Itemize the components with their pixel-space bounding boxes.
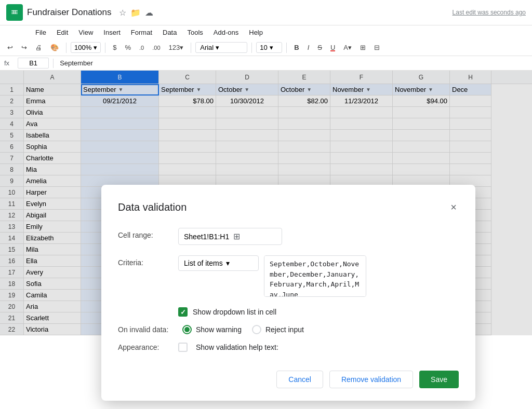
show-warning-option[interactable]: Show warning (182, 325, 242, 334)
currency-button[interactable]: $ (110, 42, 119, 53)
font-size-arrow-icon: ▾ (270, 44, 273, 51)
toolbar-separator-2 (105, 43, 105, 53)
font-arrow-icon: ▾ (216, 44, 219, 51)
format-123-button[interactable]: 123▾ (166, 42, 187, 53)
strikethrough-button[interactable]: S (314, 42, 325, 53)
data-validation-modal: Data validation × Cell range: Sheet1!B1:… (101, 185, 475, 401)
decimal-inc-button[interactable]: .00 (149, 43, 163, 53)
borders-button[interactable]: ⊞ (357, 42, 369, 53)
menu-data[interactable]: Data (158, 26, 181, 38)
formula-content[interactable]: September (58, 59, 93, 67)
app-icon (6, 4, 23, 21)
on-invalid-label: On invalid data: (118, 325, 170, 334)
menu-view[interactable]: View (74, 26, 97, 38)
show-warning-label: Show warning (196, 325, 242, 334)
cell-ref-value: B1 (29, 59, 37, 67)
zoom-selector[interactable]: 100% ▾ (71, 42, 101, 53)
show-help-text-checkbox[interactable] (178, 343, 188, 352)
formula-bar: fx B1 September (0, 56, 532, 71)
star-icon[interactable]: ☆ (119, 8, 126, 18)
zoom-arrow-icon: ▾ (94, 44, 97, 51)
appearance-label: Appearance: (118, 343, 170, 351)
toolbar: ↩ ↪ 🖨 🎨 100% ▾ $ % .0 .00 123▾ Arial ▾ 1… (0, 39, 532, 56)
show-dropdown-label: Show dropdown list in cell (193, 308, 276, 316)
spreadsheet-container: A B C D E F G H 1 Name September▼ Septem… (0, 71, 532, 335)
menu-format[interactable]: Format (127, 26, 156, 38)
cloud-icon[interactable]: ☁ (145, 8, 153, 18)
underline-wrap: U (330, 44, 335, 51)
invalid-radio-group: Show warning Reject input (182, 325, 304, 334)
show-dropdown-row: Show dropdown list in cell (178, 307, 459, 317)
menu-insert[interactable]: Insert (99, 26, 125, 38)
menu-tools[interactable]: Tools (183, 26, 207, 38)
cell-range-value: Sheet1!B1:H1 (184, 233, 229, 241)
underline-bar (330, 50, 335, 51)
svg-rect-2 (11, 12, 18, 12)
svg-rect-3 (11, 13, 18, 14)
criteria-type-value: List of items (184, 259, 223, 267)
menu-addons[interactable]: Add-ons (209, 26, 243, 38)
criteria-row: Criteria: List of items ▾ September,Octo… (118, 255, 459, 297)
remove-validation-button[interactable]: Remove validation (329, 371, 413, 388)
reject-input-label: Reject input (265, 325, 304, 334)
formula-separator (53, 59, 54, 68)
modal-title: Data validation (118, 201, 187, 213)
underline-button[interactable]: U (327, 42, 338, 53)
modal-close-button[interactable]: × (448, 199, 459, 215)
bold-button[interactable]: B (291, 42, 302, 53)
menu-file[interactable]: File (31, 26, 50, 38)
formula-fx-label: fx (4, 59, 14, 67)
fill-color-button[interactable]: A▾ (340, 42, 355, 53)
save-button[interactable]: Save (419, 371, 459, 388)
decimal-dec-button[interactable]: .0 (136, 43, 147, 53)
cell-reference-box[interactable]: B1 (18, 58, 49, 69)
show-warning-radio[interactable] (182, 325, 192, 334)
font-selector[interactable]: Arial ▾ (195, 42, 247, 53)
toolbar-separator-3 (191, 43, 191, 53)
show-dropdown-checkbox[interactable] (178, 307, 188, 317)
menu-edit[interactable]: Edit (52, 26, 72, 38)
reject-input-option[interactable]: Reject input (252, 325, 304, 334)
merge-cells-button[interactable]: ⊟ (371, 42, 383, 53)
title-icons: ☆ 📁 ☁ (119, 8, 153, 18)
menu-bar: File Edit View Insert Format Data Tools … (0, 25, 532, 39)
toolbar-separator-4 (251, 43, 252, 53)
on-invalid-row: On invalid data: Show warning Reject inp… (118, 325, 459, 334)
menu-help[interactable]: Help (245, 26, 267, 38)
svg-rect-5 (15, 10, 16, 14)
svg-rect-1 (11, 10, 18, 11)
italic-button[interactable]: I (304, 42, 313, 53)
grid-select-icon[interactable]: ⊞ (233, 231, 240, 241)
criteria-type-dropdown[interactable]: List of items ▾ (178, 255, 259, 271)
cancel-button[interactable]: Cancel (276, 371, 323, 388)
modal-footer: Cancel Remove validation Save (118, 366, 459, 388)
criteria-value-textarea[interactable]: September,October,November,December,Janu… (264, 255, 366, 297)
print-button[interactable]: 🖨 (32, 42, 45, 53)
zoom-value: 100% (74, 44, 91, 51)
app-title: Fundraiser Donations (27, 7, 112, 18)
modal-header: Data validation × (118, 199, 459, 215)
appearance-row: Appearance: Show validation help text: (118, 343, 459, 352)
redo-button[interactable]: ↪ (18, 42, 30, 53)
criteria-dropdown-arrow: ▾ (226, 259, 230, 267)
undo-button[interactable]: ↩ (4, 42, 16, 53)
cell-range-row: Cell range: Sheet1!B1:H1 ⊞ (118, 228, 459, 245)
font-size-value: 10 (260, 44, 267, 51)
toolbar-separator-1 (66, 43, 66, 53)
paint-format-button[interactable]: 🎨 (47, 42, 62, 53)
percent-button[interactable]: % (122, 42, 134, 53)
cell-range-label: Cell range: (118, 228, 170, 239)
title-bar: Fundraiser Donations ☆ 📁 ☁ Last edit was… (0, 0, 532, 25)
show-help-text-label: Show validation help text: (196, 343, 278, 351)
folder-icon[interactable]: 📁 (130, 8, 141, 18)
last-edit-text[interactable]: Last edit was seconds ago (453, 9, 526, 16)
font-name: Arial (200, 44, 214, 51)
svg-rect-4 (14, 10, 14, 14)
criteria-inputs: List of items ▾ September,October,Novemb… (178, 255, 366, 297)
font-size-selector[interactable]: 10 ▾ (256, 42, 282, 53)
reject-input-radio[interactable] (252, 325, 261, 334)
toolbar-separator-5 (286, 43, 287, 53)
cell-range-input[interactable]: Sheet1!B1:H1 ⊞ (178, 228, 282, 245)
criteria-label: Criteria: (118, 255, 170, 267)
